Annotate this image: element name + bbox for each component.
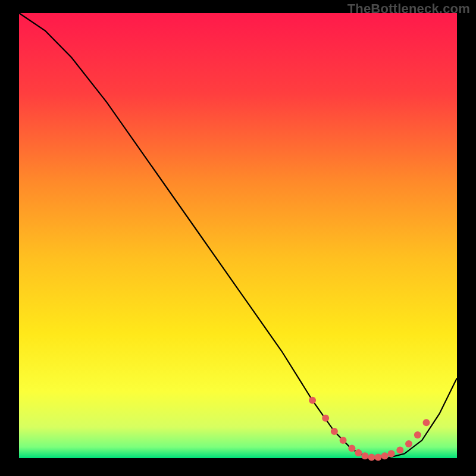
chart-svg xyxy=(0,0,476,476)
curve-marker xyxy=(331,428,338,435)
curve-marker xyxy=(368,454,375,461)
curve-marker xyxy=(309,397,316,404)
curve-marker xyxy=(375,454,382,461)
curve-marker xyxy=(355,449,362,456)
curve-marker xyxy=(414,431,421,439)
curve-marker xyxy=(423,419,430,426)
curve-marker xyxy=(396,447,403,454)
curve-marker xyxy=(361,452,368,459)
curve-marker xyxy=(322,415,329,422)
curve-marker xyxy=(348,445,355,452)
curve-marker xyxy=(340,437,347,444)
curve-marker xyxy=(381,452,389,459)
heat-gradient-plot xyxy=(19,13,457,458)
curve-marker xyxy=(388,450,395,458)
curve-marker xyxy=(405,440,412,447)
chart-stage: TheBottleneck.com xyxy=(0,0,476,476)
